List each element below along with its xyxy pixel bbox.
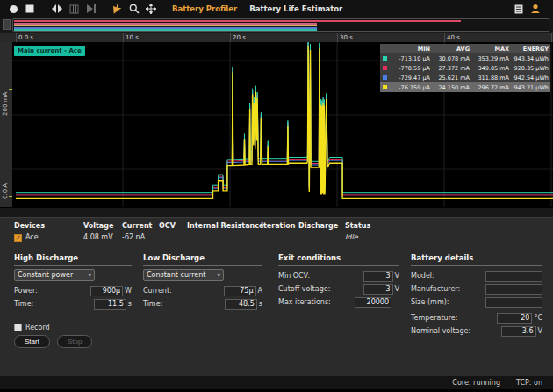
- nominal-voltage-label: Nominal voltage:: [411, 327, 470, 335]
- max-iterations-input[interactable]: [355, 297, 391, 308]
- device-iteration: [261, 233, 298, 242]
- overview-trace-line: [14, 29, 317, 31]
- time-axis[interactable]: 0.0 s10 s20 s30 s40 s50 s: [0, 32, 553, 42]
- stop-button[interactable]: Stop: [57, 335, 92, 348]
- time-tick-mark: [551, 33, 552, 42]
- stat-energy: 943.34 µWh: [509, 55, 549, 62]
- tcp-status: TCP: on: [516, 379, 542, 387]
- manufacturer-input[interactable]: [485, 284, 542, 295]
- low-time-label: Time:: [143, 300, 162, 308]
- stat-max: 296.72 mA: [470, 84, 509, 91]
- stats-row[interactable]: -729.47 µA 25.621 mA 311.88 mA 942.54 µW…: [380, 73, 550, 82]
- voltage-header: Voltage: [83, 222, 122, 233]
- cursor-tool-icon[interactable]: [111, 3, 124, 15]
- log-list-icon[interactable]: [513, 3, 525, 15]
- legend-badge[interactable]: Main current - Ace: [14, 46, 85, 56]
- stats-row-selected[interactable]: -76.159 µA 24.150 mA 296.72 mA 943.21 µW…: [380, 82, 550, 92]
- record-checkbox[interactable]: [14, 324, 22, 331]
- max-iterations-label: Max iterations:: [278, 298, 331, 306]
- time-tick-label: 0.0 s: [18, 34, 33, 41]
- stat-avg: 27.372 mA: [430, 65, 470, 72]
- stat-min: -713.10 µA: [391, 55, 430, 62]
- user-account-icon[interactable]: [529, 3, 542, 15]
- power-label: Power:: [14, 287, 38, 295]
- status-header: Status: [345, 222, 398, 233]
- status-bar: Core: running TCP: on: [0, 376, 553, 389]
- device-row[interactable]: ✓Ace: [14, 233, 83, 242]
- series-swatch: [383, 56, 387, 61]
- battery-details-title: Battery details: [411, 253, 542, 266]
- stat-max: 311.88 mA: [470, 75, 509, 82]
- current-header: Current: [122, 222, 159, 233]
- record-row: Record: [14, 324, 50, 331]
- time-tick-mark: [337, 33, 338, 42]
- size-label: Size (mm):: [411, 298, 449, 306]
- temperature-label: Temperature:: [411, 314, 457, 322]
- cutoff-voltage-unit: V: [395, 285, 399, 293]
- start-button[interactable]: Start: [14, 335, 50, 348]
- current-unit: A: [258, 287, 262, 295]
- temperature-unit: °C: [534, 314, 542, 322]
- min-ocv-input[interactable]: [363, 271, 393, 282]
- time-tick-label: 10 s: [126, 34, 139, 41]
- low-discharge-mode-select[interactable]: Constant current ▾: [143, 269, 224, 281]
- series-swatch: [383, 85, 387, 89]
- high-time-input[interactable]: [94, 299, 126, 310]
- battery-details-section: Battery details Model: Manufacturer: Siz…: [411, 253, 542, 338]
- overview-timeline[interactable]: [12, 18, 549, 32]
- stat-avg: 25.621 mA: [430, 75, 470, 82]
- device-internal-resistance: [187, 233, 261, 242]
- iteration-header: Iteration: [261, 222, 298, 233]
- model-input[interactable]: [485, 271, 542, 282]
- internal-resistance-header: Internal Resistance: [187, 222, 261, 233]
- nominal-voltage-input[interactable]: [501, 326, 536, 337]
- exit-conditions-section: Exit conditions Min OCV: V Cutoff voltag…: [278, 253, 399, 309]
- stats-header-row: MIN AVG MAX ENERGY: [380, 44, 550, 53]
- low-time-unit: s: [259, 300, 262, 308]
- nominal-voltage-unit: V: [538, 327, 542, 335]
- device-voltage: 4.08 mV: [83, 233, 122, 242]
- pan-tool-icon[interactable]: [145, 3, 157, 15]
- pause-icon[interactable]: [68, 3, 80, 15]
- chart-area[interactable]: 200 mA 0.0 A Main current - Ace MIN AVG …: [0, 42, 553, 207]
- panel-splitter[interactable]: [0, 207, 553, 217]
- low-discharge-mode-value: Constant current: [147, 271, 205, 279]
- control-panel: Devices Voltage Current OCV Internal Res…: [0, 217, 553, 376]
- low-discharge-section: Low Discharge Constant current ▾ Current…: [143, 253, 262, 310]
- stats-row[interactable]: -778.59 µA 27.372 mA 349.05 mA 928.35 µW…: [380, 63, 550, 73]
- tab-battery-profiler[interactable]: Battery Profiler: [172, 4, 237, 13]
- fit-horizontal-icon[interactable]: [51, 3, 63, 15]
- step-forward-icon[interactable]: [84, 3, 97, 15]
- record-circle-icon[interactable]: [7, 3, 19, 15]
- time-tick-label: 40 s: [447, 34, 460, 41]
- low-discharge-title: Low Discharge: [143, 253, 262, 266]
- device-name: Ace: [25, 233, 39, 241]
- high-time-unit: s: [128, 300, 132, 308]
- tab-battery-life-estimator[interactable]: Battery Life Estimator: [249, 4, 342, 13]
- current-input[interactable]: [224, 286, 256, 296]
- toolbar: Battery Profiler Battery Life Estimator: [0, 0, 553, 18]
- exit-conditions-title: Exit conditions: [278, 253, 399, 266]
- stat-avg: 30.078 mA: [430, 55, 470, 62]
- temperature-input[interactable]: [497, 313, 532, 324]
- power-unit: W: [125, 287, 132, 295]
- stat-energy: 943.21 µWh: [509, 84, 549, 91]
- low-time-input[interactable]: [225, 299, 257, 310]
- min-ocv-label: Min OCV:: [278, 272, 310, 280]
- size-input[interactable]: [485, 297, 542, 308]
- overview-handle[interactable]: [3, 19, 11, 30]
- device-checkbox[interactable]: ✓: [14, 234, 22, 242]
- stats-row[interactable]: -713.10 µA 30.078 mA 353.29 mA 943.34 µW…: [380, 53, 550, 63]
- stat-min: -778.59 µA: [391, 65, 430, 72]
- power-input[interactable]: [90, 286, 123, 296]
- device-status: Idle: [345, 233, 398, 242]
- high-discharge-mode-select[interactable]: Constant power ▾: [14, 269, 95, 281]
- recording-overview: [0, 18, 553, 32]
- time-tick-label: 30 s: [340, 34, 353, 41]
- cutoff-voltage-input[interactable]: [363, 284, 393, 295]
- zoom-tool-icon[interactable]: [128, 3, 140, 15]
- current-label: Current:: [143, 287, 172, 295]
- stats-header-max: MAX: [470, 46, 509, 53]
- high-discharge-mode-value: Constant power: [18, 271, 73, 279]
- stop-square-icon[interactable]: [24, 3, 36, 15]
